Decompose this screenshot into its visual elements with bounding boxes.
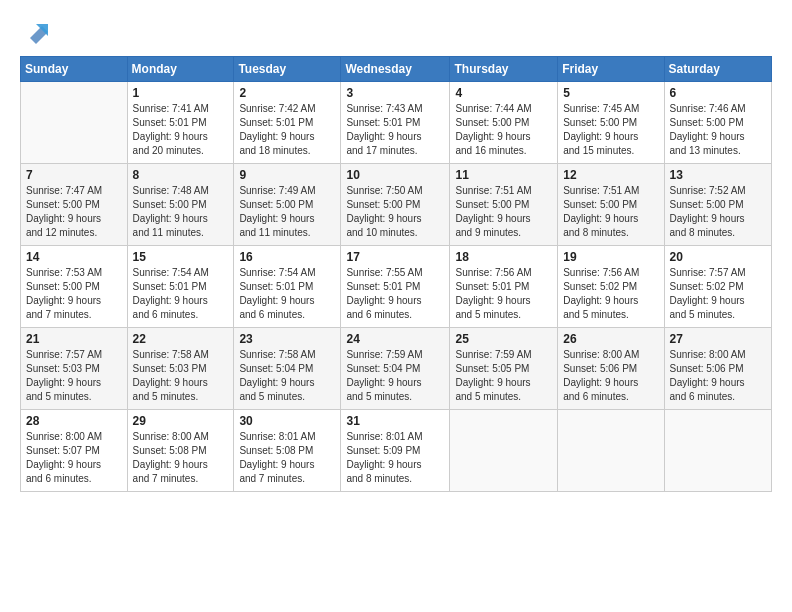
- cell-content: Sunrise: 7:56 AM Sunset: 5:02 PM Dayligh…: [563, 266, 658, 322]
- cell-content: Sunrise: 7:58 AM Sunset: 5:03 PM Dayligh…: [133, 348, 229, 404]
- day-number: 5: [563, 86, 658, 100]
- cell-content: Sunrise: 7:57 AM Sunset: 5:02 PM Dayligh…: [670, 266, 766, 322]
- calendar-header-row: SundayMondayTuesdayWednesdayThursdayFrid…: [21, 57, 772, 82]
- day-number: 3: [346, 86, 444, 100]
- calendar-cell: 25Sunrise: 7:59 AM Sunset: 5:05 PM Dayli…: [450, 328, 558, 410]
- cell-content: Sunrise: 7:51 AM Sunset: 5:00 PM Dayligh…: [455, 184, 552, 240]
- calendar-cell: 24Sunrise: 7:59 AM Sunset: 5:04 PM Dayli…: [341, 328, 450, 410]
- calendar-week-5: 28Sunrise: 8:00 AM Sunset: 5:07 PM Dayli…: [21, 410, 772, 492]
- day-number: 31: [346, 414, 444, 428]
- cell-content: Sunrise: 7:51 AM Sunset: 5:00 PM Dayligh…: [563, 184, 658, 240]
- day-number: 21: [26, 332, 122, 346]
- calendar-week-4: 21Sunrise: 7:57 AM Sunset: 5:03 PM Dayli…: [21, 328, 772, 410]
- calendar-cell: 21Sunrise: 7:57 AM Sunset: 5:03 PM Dayli…: [21, 328, 128, 410]
- cell-content: Sunrise: 7:58 AM Sunset: 5:04 PM Dayligh…: [239, 348, 335, 404]
- cell-content: Sunrise: 7:54 AM Sunset: 5:01 PM Dayligh…: [239, 266, 335, 322]
- page: SundayMondayTuesdayWednesdayThursdayFrid…: [0, 0, 792, 612]
- day-number: 8: [133, 168, 229, 182]
- calendar-cell: 26Sunrise: 8:00 AM Sunset: 5:06 PM Dayli…: [558, 328, 664, 410]
- day-number: 29: [133, 414, 229, 428]
- calendar-cell: [664, 410, 771, 492]
- header-wednesday: Wednesday: [341, 57, 450, 82]
- day-number: 11: [455, 168, 552, 182]
- calendar-week-1: 1Sunrise: 7:41 AM Sunset: 5:01 PM Daylig…: [21, 82, 772, 164]
- calendar-cell: 22Sunrise: 7:58 AM Sunset: 5:03 PM Dayli…: [127, 328, 234, 410]
- cell-content: Sunrise: 8:01 AM Sunset: 5:09 PM Dayligh…: [346, 430, 444, 486]
- day-number: 14: [26, 250, 122, 264]
- header-friday: Friday: [558, 57, 664, 82]
- calendar-cell: 29Sunrise: 8:00 AM Sunset: 5:08 PM Dayli…: [127, 410, 234, 492]
- cell-content: Sunrise: 8:01 AM Sunset: 5:08 PM Dayligh…: [239, 430, 335, 486]
- calendar-cell: 18Sunrise: 7:56 AM Sunset: 5:01 PM Dayli…: [450, 246, 558, 328]
- calendar-cell: 10Sunrise: 7:50 AM Sunset: 5:00 PM Dayli…: [341, 164, 450, 246]
- calendar-cell: 6Sunrise: 7:46 AM Sunset: 5:00 PM Daylig…: [664, 82, 771, 164]
- cell-content: Sunrise: 7:50 AM Sunset: 5:00 PM Dayligh…: [346, 184, 444, 240]
- day-number: 1: [133, 86, 229, 100]
- cell-content: Sunrise: 7:53 AM Sunset: 5:00 PM Dayligh…: [26, 266, 122, 322]
- day-number: 30: [239, 414, 335, 428]
- day-number: 26: [563, 332, 658, 346]
- calendar-cell: 11Sunrise: 7:51 AM Sunset: 5:00 PM Dayli…: [450, 164, 558, 246]
- calendar-cell: 30Sunrise: 8:01 AM Sunset: 5:08 PM Dayli…: [234, 410, 341, 492]
- day-number: 22: [133, 332, 229, 346]
- day-number: 25: [455, 332, 552, 346]
- day-number: 24: [346, 332, 444, 346]
- cell-content: Sunrise: 7:55 AM Sunset: 5:01 PM Dayligh…: [346, 266, 444, 322]
- cell-content: Sunrise: 8:00 AM Sunset: 5:06 PM Dayligh…: [563, 348, 658, 404]
- cell-content: Sunrise: 7:57 AM Sunset: 5:03 PM Dayligh…: [26, 348, 122, 404]
- logo: [20, 18, 50, 46]
- calendar-cell: 4Sunrise: 7:44 AM Sunset: 5:00 PM Daylig…: [450, 82, 558, 164]
- header-sunday: Sunday: [21, 57, 128, 82]
- calendar-cell: 8Sunrise: 7:48 AM Sunset: 5:00 PM Daylig…: [127, 164, 234, 246]
- day-number: 12: [563, 168, 658, 182]
- cell-content: Sunrise: 7:49 AM Sunset: 5:00 PM Dayligh…: [239, 184, 335, 240]
- cell-content: Sunrise: 7:48 AM Sunset: 5:00 PM Dayligh…: [133, 184, 229, 240]
- logo-icon: [22, 18, 50, 46]
- calendar-cell: 28Sunrise: 8:00 AM Sunset: 5:07 PM Dayli…: [21, 410, 128, 492]
- calendar-cell: 12Sunrise: 7:51 AM Sunset: 5:00 PM Dayli…: [558, 164, 664, 246]
- calendar-cell: 7Sunrise: 7:47 AM Sunset: 5:00 PM Daylig…: [21, 164, 128, 246]
- calendar-cell: 14Sunrise: 7:53 AM Sunset: 5:00 PM Dayli…: [21, 246, 128, 328]
- header-monday: Monday: [127, 57, 234, 82]
- day-number: 9: [239, 168, 335, 182]
- day-number: 7: [26, 168, 122, 182]
- day-number: 13: [670, 168, 766, 182]
- cell-content: Sunrise: 7:54 AM Sunset: 5:01 PM Dayligh…: [133, 266, 229, 322]
- calendar-cell: 20Sunrise: 7:57 AM Sunset: 5:02 PM Dayli…: [664, 246, 771, 328]
- cell-content: Sunrise: 7:47 AM Sunset: 5:00 PM Dayligh…: [26, 184, 122, 240]
- calendar-week-2: 7Sunrise: 7:47 AM Sunset: 5:00 PM Daylig…: [21, 164, 772, 246]
- day-number: 28: [26, 414, 122, 428]
- cell-content: Sunrise: 7:41 AM Sunset: 5:01 PM Dayligh…: [133, 102, 229, 158]
- day-number: 16: [239, 250, 335, 264]
- cell-content: Sunrise: 8:00 AM Sunset: 5:06 PM Dayligh…: [670, 348, 766, 404]
- cell-content: Sunrise: 8:00 AM Sunset: 5:07 PM Dayligh…: [26, 430, 122, 486]
- calendar: SundayMondayTuesdayWednesdayThursdayFrid…: [20, 56, 772, 492]
- calendar-cell: 27Sunrise: 8:00 AM Sunset: 5:06 PM Dayli…: [664, 328, 771, 410]
- calendar-cell: 17Sunrise: 7:55 AM Sunset: 5:01 PM Dayli…: [341, 246, 450, 328]
- day-number: 15: [133, 250, 229, 264]
- day-number: 6: [670, 86, 766, 100]
- cell-content: Sunrise: 7:59 AM Sunset: 5:05 PM Dayligh…: [455, 348, 552, 404]
- cell-content: Sunrise: 7:56 AM Sunset: 5:01 PM Dayligh…: [455, 266, 552, 322]
- calendar-cell: 23Sunrise: 7:58 AM Sunset: 5:04 PM Dayli…: [234, 328, 341, 410]
- cell-content: Sunrise: 7:42 AM Sunset: 5:01 PM Dayligh…: [239, 102, 335, 158]
- cell-content: Sunrise: 7:52 AM Sunset: 5:00 PM Dayligh…: [670, 184, 766, 240]
- calendar-cell: 5Sunrise: 7:45 AM Sunset: 5:00 PM Daylig…: [558, 82, 664, 164]
- calendar-cell: [450, 410, 558, 492]
- header: [20, 18, 772, 46]
- header-tuesday: Tuesday: [234, 57, 341, 82]
- header-saturday: Saturday: [664, 57, 771, 82]
- calendar-cell: [21, 82, 128, 164]
- day-number: 17: [346, 250, 444, 264]
- calendar-cell: 31Sunrise: 8:01 AM Sunset: 5:09 PM Dayli…: [341, 410, 450, 492]
- day-number: 2: [239, 86, 335, 100]
- calendar-cell: 19Sunrise: 7:56 AM Sunset: 5:02 PM Dayli…: [558, 246, 664, 328]
- calendar-cell: 1Sunrise: 7:41 AM Sunset: 5:01 PM Daylig…: [127, 82, 234, 164]
- cell-content: Sunrise: 7:44 AM Sunset: 5:00 PM Dayligh…: [455, 102, 552, 158]
- calendar-week-3: 14Sunrise: 7:53 AM Sunset: 5:00 PM Dayli…: [21, 246, 772, 328]
- day-number: 23: [239, 332, 335, 346]
- calendar-cell: 2Sunrise: 7:42 AM Sunset: 5:01 PM Daylig…: [234, 82, 341, 164]
- day-number: 4: [455, 86, 552, 100]
- day-number: 27: [670, 332, 766, 346]
- day-number: 18: [455, 250, 552, 264]
